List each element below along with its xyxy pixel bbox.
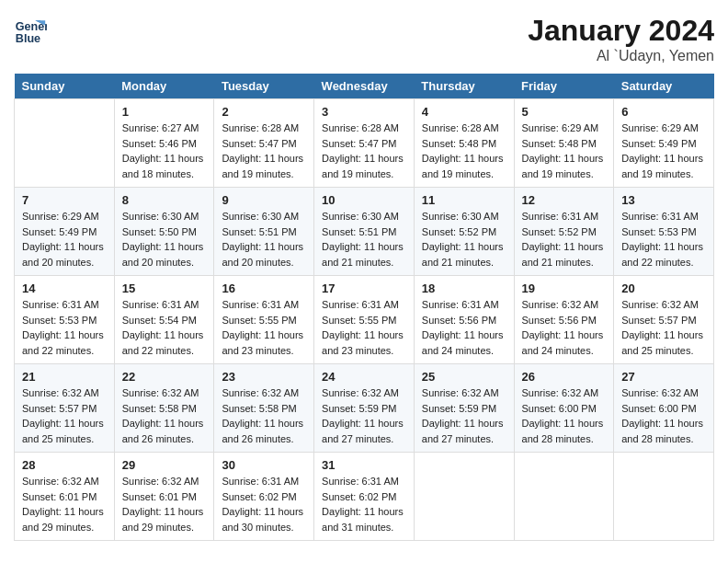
logo-icon: General Blue bbox=[14, 14, 47, 47]
header-cell-tuesday: Tuesday bbox=[214, 74, 314, 99]
calendar-cell: 22Sunrise: 6:32 AMSunset: 5:58 PMDayligh… bbox=[114, 364, 214, 453]
day-number: 3 bbox=[322, 105, 406, 119]
day-number: 29 bbox=[122, 458, 207, 472]
day-number: 16 bbox=[222, 282, 306, 295]
day-info: Sunrise: 6:29 AMSunset: 5:49 PMDaylight:… bbox=[22, 209, 107, 270]
day-number: 12 bbox=[522, 193, 607, 207]
header-cell-saturday: Saturday bbox=[614, 74, 714, 99]
day-info: Sunrise: 6:32 AMSunset: 6:01 PMDaylight:… bbox=[22, 474, 107, 534]
day-number: 22 bbox=[122, 370, 207, 384]
day-number: 31 bbox=[322, 458, 406, 472]
calendar-cell: 27Sunrise: 6:32 AMSunset: 6:00 PMDayligh… bbox=[614, 364, 714, 453]
day-info: Sunrise: 6:31 AMSunset: 5:55 PMDaylight:… bbox=[322, 297, 406, 358]
day-info: Sunrise: 6:32 AMSunset: 6:00 PMDaylight:… bbox=[621, 385, 706, 446]
location-title: Al `Udayn, Yemen bbox=[528, 48, 714, 64]
title-block: January 2024 Al `Udayn, Yemen bbox=[528, 14, 714, 64]
day-number: 10 bbox=[322, 193, 406, 207]
calendar-cell: 20Sunrise: 6:32 AMSunset: 5:57 PMDayligh… bbox=[614, 276, 714, 364]
day-number: 5 bbox=[522, 105, 607, 119]
day-info: Sunrise: 6:30 AMSunset: 5:50 PMDaylight:… bbox=[122, 209, 207, 270]
svg-text:Blue: Blue bbox=[16, 32, 40, 45]
calendar-cell: 12Sunrise: 6:31 AMSunset: 5:52 PMDayligh… bbox=[514, 188, 614, 276]
calendar-cell: 31Sunrise: 6:31 AMSunset: 6:02 PMDayligh… bbox=[314, 453, 415, 541]
calendar-body: 1Sunrise: 6:27 AMSunset: 5:46 PMDaylight… bbox=[15, 99, 714, 541]
calendar-cell: 8Sunrise: 6:30 AMSunset: 5:50 PMDaylight… bbox=[114, 188, 214, 276]
calendar-cell: 23Sunrise: 6:32 AMSunset: 5:58 PMDayligh… bbox=[214, 364, 314, 453]
day-number: 1 bbox=[122, 105, 207, 119]
calendar-cell: 30Sunrise: 6:31 AMSunset: 6:02 PMDayligh… bbox=[214, 453, 314, 541]
day-info: Sunrise: 6:27 AMSunset: 5:46 PMDaylight:… bbox=[122, 121, 207, 181]
day-info: Sunrise: 6:32 AMSunset: 5:57 PMDaylight:… bbox=[22, 385, 107, 446]
calendar-cell: 28Sunrise: 6:32 AMSunset: 6:01 PMDayligh… bbox=[15, 453, 115, 541]
calendar-cell: 4Sunrise: 6:28 AMSunset: 5:48 PMDaylight… bbox=[414, 99, 514, 188]
day-info: Sunrise: 6:32 AMSunset: 5:56 PMDaylight:… bbox=[522, 297, 607, 358]
day-info: Sunrise: 6:32 AMSunset: 5:59 PMDaylight:… bbox=[422, 385, 506, 446]
calendar-header-row: SundayMondayTuesdayWednesdayThursdayFrid… bbox=[15, 74, 714, 99]
day-info: Sunrise: 6:31 AMSunset: 5:53 PMDaylight:… bbox=[621, 209, 706, 270]
day-info: Sunrise: 6:32 AMSunset: 5:58 PMDaylight:… bbox=[122, 385, 207, 446]
day-number: 9 bbox=[222, 193, 306, 207]
day-number: 13 bbox=[621, 193, 706, 207]
calendar-cell: 13Sunrise: 6:31 AMSunset: 5:53 PMDayligh… bbox=[614, 188, 714, 276]
calendar-cell: 21Sunrise: 6:32 AMSunset: 5:57 PMDayligh… bbox=[15, 364, 115, 453]
day-number: 14 bbox=[22, 282, 107, 295]
day-number: 2 bbox=[222, 105, 306, 119]
day-number: 28 bbox=[22, 458, 107, 472]
logo: General Blue bbox=[14, 14, 47, 47]
page-header: General Blue January 2024 Al `Udayn, Yem… bbox=[14, 14, 714, 64]
day-info: Sunrise: 6:31 AMSunset: 5:56 PMDaylight:… bbox=[422, 297, 506, 358]
calendar-cell: 26Sunrise: 6:32 AMSunset: 6:00 PMDayligh… bbox=[514, 364, 614, 453]
calendar-cell: 15Sunrise: 6:31 AMSunset: 5:54 PMDayligh… bbox=[114, 276, 214, 364]
calendar-table: SundayMondayTuesdayWednesdayThursdayFrid… bbox=[14, 74, 714, 541]
day-info: Sunrise: 6:30 AMSunset: 5:51 PMDaylight:… bbox=[322, 209, 406, 270]
calendar-cell bbox=[614, 453, 714, 541]
calendar-cell bbox=[15, 99, 115, 188]
day-number: 23 bbox=[222, 370, 306, 384]
week-row-2: 14Sunrise: 6:31 AMSunset: 5:53 PMDayligh… bbox=[15, 276, 714, 364]
calendar-cell: 24Sunrise: 6:32 AMSunset: 5:59 PMDayligh… bbox=[314, 364, 415, 453]
header-cell-thursday: Thursday bbox=[414, 74, 514, 99]
day-number: 20 bbox=[621, 282, 706, 295]
day-number: 17 bbox=[322, 282, 406, 295]
day-info: Sunrise: 6:28 AMSunset: 5:48 PMDaylight:… bbox=[422, 121, 506, 181]
day-info: Sunrise: 6:31 AMSunset: 5:53 PMDaylight:… bbox=[22, 297, 107, 358]
day-number: 19 bbox=[522, 282, 607, 295]
calendar-cell: 18Sunrise: 6:31 AMSunset: 5:56 PMDayligh… bbox=[414, 276, 514, 364]
day-info: Sunrise: 6:32 AMSunset: 5:59 PMDaylight:… bbox=[322, 385, 406, 446]
day-number: 7 bbox=[22, 193, 107, 207]
day-info: Sunrise: 6:32 AMSunset: 5:57 PMDaylight:… bbox=[621, 297, 706, 358]
day-info: Sunrise: 6:32 AMSunset: 6:01 PMDaylight:… bbox=[122, 474, 207, 534]
calendar-cell: 1Sunrise: 6:27 AMSunset: 5:46 PMDaylight… bbox=[114, 99, 214, 188]
calendar-cell: 3Sunrise: 6:28 AMSunset: 5:47 PMDaylight… bbox=[314, 99, 415, 188]
calendar-cell: 11Sunrise: 6:30 AMSunset: 5:52 PMDayligh… bbox=[414, 188, 514, 276]
day-info: Sunrise: 6:31 AMSunset: 5:52 PMDaylight:… bbox=[522, 209, 607, 270]
day-number: 11 bbox=[422, 193, 506, 207]
header-cell-wednesday: Wednesday bbox=[314, 74, 415, 99]
calendar-cell: 6Sunrise: 6:29 AMSunset: 5:49 PMDaylight… bbox=[614, 99, 714, 188]
calendar-cell: 7Sunrise: 6:29 AMSunset: 5:49 PMDaylight… bbox=[15, 188, 115, 276]
day-info: Sunrise: 6:31 AMSunset: 6:02 PMDaylight:… bbox=[222, 474, 306, 534]
day-info: Sunrise: 6:28 AMSunset: 5:47 PMDaylight:… bbox=[222, 121, 306, 181]
calendar-cell: 14Sunrise: 6:31 AMSunset: 5:53 PMDayligh… bbox=[15, 276, 115, 364]
week-row-4: 28Sunrise: 6:32 AMSunset: 6:01 PMDayligh… bbox=[15, 453, 714, 541]
day-info: Sunrise: 6:31 AMSunset: 5:54 PMDaylight:… bbox=[122, 297, 207, 358]
calendar-cell: 2Sunrise: 6:28 AMSunset: 5:47 PMDaylight… bbox=[214, 99, 314, 188]
day-info: Sunrise: 6:31 AMSunset: 6:02 PMDaylight:… bbox=[322, 474, 406, 534]
calendar-cell: 16Sunrise: 6:31 AMSunset: 5:55 PMDayligh… bbox=[214, 276, 314, 364]
calendar-cell: 5Sunrise: 6:29 AMSunset: 5:48 PMDaylight… bbox=[514, 99, 614, 188]
calendar-cell: 25Sunrise: 6:32 AMSunset: 5:59 PMDayligh… bbox=[414, 364, 514, 453]
calendar-cell: 10Sunrise: 6:30 AMSunset: 5:51 PMDayligh… bbox=[314, 188, 415, 276]
calendar-cell: 17Sunrise: 6:31 AMSunset: 5:55 PMDayligh… bbox=[314, 276, 415, 364]
day-number: 27 bbox=[621, 370, 706, 384]
day-number: 6 bbox=[621, 105, 706, 119]
day-number: 15 bbox=[122, 282, 207, 295]
day-number: 25 bbox=[422, 370, 506, 384]
day-info: Sunrise: 6:31 AMSunset: 5:55 PMDaylight:… bbox=[222, 297, 306, 358]
week-row-1: 7Sunrise: 6:29 AMSunset: 5:49 PMDaylight… bbox=[15, 188, 714, 276]
header-cell-monday: Monday bbox=[114, 74, 214, 99]
day-info: Sunrise: 6:29 AMSunset: 5:48 PMDaylight:… bbox=[522, 121, 607, 181]
calendar-cell: 19Sunrise: 6:32 AMSunset: 5:56 PMDayligh… bbox=[514, 276, 614, 364]
calendar-cell bbox=[414, 453, 514, 541]
day-info: Sunrise: 6:30 AMSunset: 5:52 PMDaylight:… bbox=[422, 209, 506, 270]
header-cell-friday: Friday bbox=[514, 74, 614, 99]
